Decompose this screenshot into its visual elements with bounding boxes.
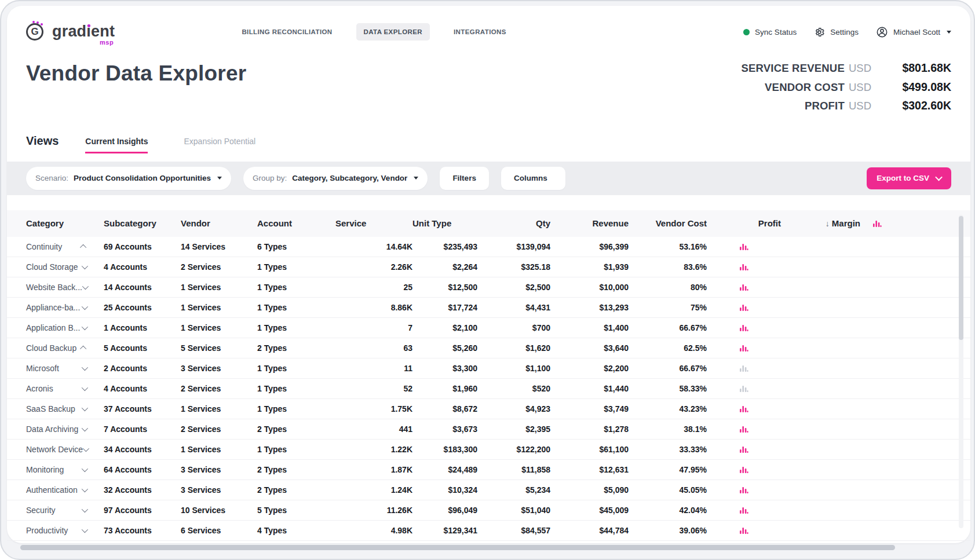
margin-cell: 38.1% bbox=[629, 424, 707, 434]
row-chart-button[interactable] bbox=[707, 303, 781, 312]
table-row[interactable]: Cloud Backup 5 Accounts 5 Services 2 Typ… bbox=[7, 338, 970, 358]
table-row[interactable]: Acronis 4 Accounts 2 Services 1 Types 52… bbox=[7, 379, 970, 399]
row-chart-button[interactable] bbox=[707, 424, 781, 433]
table-row[interactable]: Application B... 1 Accounts 1 Services 1… bbox=[7, 318, 970, 338]
expand-chevron-icon[interactable] bbox=[80, 345, 86, 352]
expand-chevron-icon[interactable] bbox=[82, 364, 88, 370]
table-row[interactable]: Data Archiving 7 Accounts 2 Services 2 T… bbox=[7, 419, 970, 440]
revenue-cell: $8,672 bbox=[412, 404, 477, 413]
col-header-vendor[interactable]: Vendor bbox=[181, 218, 257, 228]
row-chart-button[interactable] bbox=[707, 384, 781, 393]
nav-integrations[interactable]: INTEGRATIONS bbox=[446, 23, 514, 41]
subcategory-cell[interactable]: Cloud Storage bbox=[26, 262, 104, 272]
qty-cell: 25 bbox=[335, 283, 412, 292]
export-to-csv-button[interactable]: Export to CSV bbox=[867, 167, 951, 189]
row-chart-button[interactable] bbox=[707, 506, 781, 514]
category-cell[interactable]: Continuity bbox=[26, 242, 104, 251]
vendor-cell[interactable]: Microsoft bbox=[26, 364, 104, 373]
revenue-cell: $235,493 bbox=[412, 242, 477, 251]
table-row[interactable]: Appliance-ba... 25 Accounts 1 Services 1… bbox=[7, 298, 970, 318]
brand-logo[interactable]: G gradient msp bbox=[26, 21, 115, 43]
row-chart-button[interactable] bbox=[707, 465, 781, 474]
unit-type-cell: 1 Types bbox=[257, 404, 335, 413]
tab-expansion-potential[interactable]: Expansion Potential bbox=[184, 137, 255, 153]
col-header-qty[interactable]: Qty bbox=[477, 218, 550, 228]
table-row[interactable]: Cloud Storage 4 Accounts 2 Services 1 Ty… bbox=[7, 257, 970, 277]
user-menu[interactable]: Michael Scott bbox=[876, 26, 951, 38]
table-row[interactable]: Website Back... 14 Accounts 1 Services 1… bbox=[7, 277, 970, 298]
col-header-category[interactable]: Category bbox=[26, 218, 104, 228]
subcategory-cell[interactable]: SaaS Backup bbox=[26, 404, 104, 413]
col-header-margin[interactable]: ↓Margin bbox=[781, 218, 860, 228]
table-row[interactable]: Authentication 32 Accounts 3 Services 2 … bbox=[7, 480, 970, 500]
row-chart-button[interactable] bbox=[707, 404, 781, 413]
table-row[interactable]: Microsoft 2 Accounts 3 Services 1 Types … bbox=[7, 358, 970, 379]
vendor-cell[interactable]: Acronis bbox=[26, 384, 104, 393]
col-header-chart[interactable] bbox=[860, 219, 894, 228]
row-chart-button[interactable] bbox=[707, 343, 781, 352]
subcategory-cell[interactable]: Data Archiving bbox=[26, 424, 104, 434]
expand-chevron-icon[interactable] bbox=[83, 445, 89, 451]
subcategory-cell[interactable]: Website Back... bbox=[26, 283, 104, 292]
col-header-profit[interactable]: Profit bbox=[707, 218, 781, 228]
col-header-unit-type[interactable]: Unit Type bbox=[412, 218, 477, 228]
nav-billing-reconciliation[interactable]: BILLING RECONCILIATION bbox=[234, 23, 339, 41]
expand-chevron-icon[interactable] bbox=[82, 485, 88, 492]
expand-chevron-icon[interactable] bbox=[82, 465, 88, 471]
vendor-cost-cell: $520 bbox=[477, 384, 550, 393]
expand-chevron-icon[interactable] bbox=[82, 404, 88, 411]
table-row[interactable]: Monitoring 64 Accounts 3 Services 2 Type… bbox=[7, 460, 970, 480]
columns-dropdown[interactable]: Columns bbox=[501, 167, 565, 190]
expand-chevron-icon[interactable] bbox=[82, 424, 88, 431]
col-header-vendor-cost[interactable]: Vendor Cost bbox=[629, 218, 707, 228]
table-row[interactable]: Productivity 73 Accounts 6 Services 4 Ty… bbox=[7, 521, 970, 541]
col-header-revenue[interactable]: Revenue bbox=[550, 218, 629, 228]
row-chart-button[interactable] bbox=[707, 364, 781, 372]
row-chart-button[interactable] bbox=[707, 485, 781, 494]
expand-chevron-icon[interactable] bbox=[82, 303, 88, 309]
row-chart-button[interactable] bbox=[707, 445, 781, 453]
tab-current-insights[interactable]: Current Insights bbox=[85, 137, 148, 153]
subcategory-cell[interactable]: Appliance-ba... bbox=[26, 303, 104, 312]
filters-button[interactable]: Filters bbox=[440, 167, 489, 190]
col-header-account[interactable]: Account bbox=[257, 218, 335, 228]
scenario-dropdown[interactable]: Scenario: Product Consolidation Opportun… bbox=[26, 167, 231, 190]
subcategory-cell[interactable]: Application B... bbox=[26, 323, 104, 332]
expand-chevron-icon[interactable] bbox=[82, 506, 88, 512]
brand-sub: msp bbox=[100, 39, 114, 46]
sync-status[interactable]: Sync Status bbox=[743, 28, 797, 36]
expand-chevron-icon[interactable] bbox=[82, 323, 88, 330]
row-chart-button[interactable] bbox=[707, 323, 781, 332]
row-chart-button[interactable] bbox=[707, 262, 781, 271]
table-row[interactable]: SaaS Backup 37 Accounts 1 Services 1 Typ… bbox=[7, 399, 970, 419]
category-cell[interactable]: Monitoring bbox=[26, 465, 104, 474]
subcategory-cell[interactable]: Network Device bbox=[26, 445, 104, 454]
table-row[interactable]: Continuity 69 Accounts 14 Services 6 Typ… bbox=[7, 237, 970, 257]
unit-type-cell: 4 Types bbox=[257, 526, 335, 535]
unit-type-cell: 1 Types bbox=[257, 384, 335, 393]
top-bar-right: Sync Status Settings Michael Scott bbox=[743, 26, 951, 38]
vendor-cost-cell: $51,040 bbox=[477, 506, 550, 515]
horizontal-scrollbar-thumb[interactable] bbox=[20, 545, 895, 550]
financial-summary: SERVICE REVENUEUSD$801.68K VENDOR COSTUS… bbox=[741, 59, 951, 116]
nav-data-explorer[interactable]: DATA EXPLORER bbox=[356, 23, 430, 41]
expand-chevron-icon[interactable] bbox=[82, 283, 89, 289]
col-header-service[interactable]: Service bbox=[335, 218, 412, 228]
col-header-subcategory[interactable]: Subcategory bbox=[104, 218, 181, 228]
expand-chevron-icon[interactable] bbox=[82, 384, 88, 390]
vertical-scrollbar-thumb[interactable] bbox=[959, 216, 963, 340]
expand-chevron-icon[interactable] bbox=[82, 262, 88, 269]
category-cell[interactable]: Productivity bbox=[26, 526, 104, 535]
table-row[interactable]: Security 97 Accounts 10 Services 5 Types… bbox=[7, 500, 970, 521]
settings-button[interactable]: Settings bbox=[814, 27, 859, 38]
row-chart-button[interactable] bbox=[707, 526, 781, 535]
subcategory-cell[interactable]: Cloud Backup bbox=[26, 343, 104, 353]
row-chart-button[interactable] bbox=[707, 242, 781, 251]
row-chart-button[interactable] bbox=[707, 283, 781, 291]
table-row[interactable]: Network Device 34 Accounts 1 Services 1 … bbox=[7, 440, 970, 460]
expand-chevron-icon[interactable] bbox=[82, 526, 88, 532]
category-cell[interactable]: Security bbox=[26, 506, 104, 515]
expand-chevron-icon[interactable] bbox=[80, 244, 86, 250]
group-by-dropdown[interactable]: Group by: Category, Subcategory, Vendor bbox=[243, 167, 428, 190]
category-cell[interactable]: Authentication bbox=[26, 485, 104, 495]
